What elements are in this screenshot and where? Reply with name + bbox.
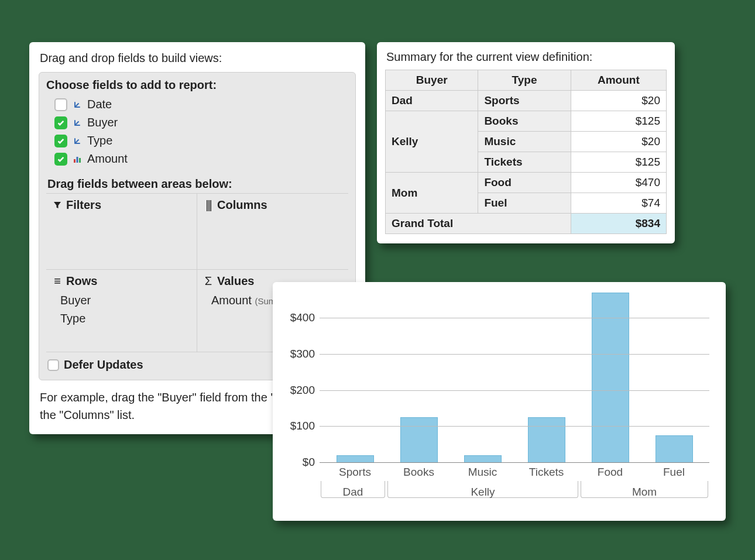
- svg-rect-2: [79, 158, 81, 163]
- type-cell: Music: [478, 132, 571, 152]
- chart-x-groups: DadKellyMom: [320, 481, 709, 498]
- chart-gridline: [320, 354, 709, 355]
- type-cell: Food: [478, 173, 571, 193]
- chart-gridline: [320, 318, 709, 318]
- chart-bar: [656, 435, 693, 462]
- measure-icon: [72, 154, 83, 164]
- svg-rect-1: [77, 157, 78, 163]
- grand-total-row: Grand Total$834: [386, 214, 667, 234]
- values-label: Values: [217, 274, 254, 288]
- rows-drop-area[interactable]: ≡ Rows BuyerType: [46, 270, 197, 352]
- x-category-label: Fuel: [642, 466, 706, 479]
- rows-label: Rows: [66, 274, 97, 288]
- columns-drop-area[interactable]: ||| Columns: [197, 194, 348, 270]
- table-row: KellyBooks$125: [386, 111, 667, 132]
- rows-icon: ≡: [52, 274, 63, 288]
- chart-baseline: [320, 462, 709, 463]
- amount-cell: $20: [571, 132, 666, 152]
- x-group: Kelly: [387, 481, 578, 498]
- amount-cell: $125: [571, 111, 666, 132]
- chart-bar: [464, 455, 502, 462]
- buyer-cell: Dad: [386, 91, 478, 111]
- field-row-amount: Amount: [46, 150, 348, 168]
- grand-total-label: Grand Total: [386, 214, 571, 234]
- field-label[interactable]: Buyer: [87, 116, 118, 129]
- table-row: MomFood$470: [386, 173, 667, 193]
- field-checkbox-date[interactable]: [54, 98, 67, 111]
- rows-item[interactable]: Type: [52, 310, 191, 328]
- y-tick-label: $0: [286, 456, 315, 469]
- field-checkbox-buyer[interactable]: [54, 116, 67, 129]
- chart-plot-area: $0$100$200$300$400: [320, 293, 713, 462]
- sigma-icon: Σ: [203, 274, 214, 288]
- field-checkbox-type[interactable]: [54, 135, 67, 147]
- chart-bar: [528, 417, 565, 462]
- x-group-label: Kelly: [388, 486, 578, 499]
- chart-gridline: [320, 390, 709, 391]
- type-cell: Tickets: [478, 152, 571, 173]
- chart-bar: [337, 455, 374, 462]
- filters-label: Filters: [66, 198, 101, 212]
- x-group-label: Dad: [321, 486, 385, 499]
- columns-icon: |||: [203, 198, 214, 212]
- defer-updates-label: Defer Updates: [64, 358, 143, 372]
- y-tick-label: $100: [286, 420, 315, 432]
- defer-updates-checkbox[interactable]: [47, 359, 59, 371]
- summary-intro: Summary for the current view definition:: [386, 50, 667, 64]
- amount-cell: $20: [571, 91, 666, 111]
- buyer-cell: Kelly: [386, 111, 478, 173]
- y-tick-label: $400: [286, 311, 315, 324]
- chart-y-axis: $0$100$200$300$400: [286, 293, 320, 462]
- chart-gridline: [320, 426, 709, 427]
- builder-intro: Drag and drop fields to build views:: [40, 51, 356, 65]
- col-amount: Amount: [571, 70, 666, 91]
- field-row-type: Type: [46, 132, 348, 150]
- dimension-icon: [72, 136, 83, 146]
- type-cell: Fuel: [478, 193, 571, 214]
- chart-x-categories: SportsBooksMusicTicketsFoodFuel: [320, 462, 709, 479]
- x-category-label: Books: [387, 466, 451, 479]
- field-checkbox-amount[interactable]: [54, 153, 67, 166]
- field-checklist: DateBuyerTypeAmount: [46, 95, 348, 168]
- x-category-label: Tickets: [514, 466, 578, 479]
- dimension-icon: [72, 100, 83, 109]
- x-group-label: Mom: [581, 486, 708, 499]
- x-group: Mom: [581, 481, 708, 498]
- field-label[interactable]: Amount: [87, 152, 128, 166]
- type-cell: Books: [478, 111, 571, 132]
- amount-cell: $125: [571, 152, 666, 173]
- x-category-label: Food: [578, 466, 642, 479]
- field-row-buyer: Buyer: [46, 114, 348, 132]
- filters-drop-area[interactable]: Filters: [46, 194, 197, 270]
- y-tick-label: $200: [286, 384, 315, 397]
- buyer-cell: Mom: [386, 173, 478, 214]
- grand-total-amount: $834: [571, 214, 666, 234]
- svg-rect-0: [74, 159, 76, 163]
- field-row-date: Date: [46, 95, 348, 114]
- filter-icon: [52, 201, 63, 209]
- pivot-table: Buyer Type Amount DadSports$20KellyBooks…: [385, 70, 667, 234]
- x-category-label: Sports: [323, 466, 387, 479]
- field-label[interactable]: Type: [87, 134, 112, 147]
- x-group: Dad: [321, 481, 385, 498]
- x-category-label: Music: [451, 466, 514, 479]
- rows-item[interactable]: Buyer: [52, 291, 191, 310]
- chart-bar: [400, 417, 438, 462]
- amount-cell: $74: [571, 193, 666, 214]
- table-row: DadSports$20: [386, 91, 667, 111]
- summary-panel: Summary for the current view definition:…: [377, 42, 675, 243]
- type-cell: Sports: [478, 91, 571, 111]
- chart-panel: $0$100$200$300$400 SportsBooksMusicTicke…: [273, 282, 726, 521]
- field-label[interactable]: Date: [87, 98, 112, 111]
- columns-label: Columns: [217, 198, 267, 212]
- col-buyer: Buyer: [386, 70, 478, 91]
- col-type: Type: [478, 70, 571, 91]
- table-header-row: Buyer Type Amount: [386, 70, 667, 91]
- choose-fields-label: Choose fields to add to report:: [46, 78, 348, 92]
- dimension-icon: [72, 118, 83, 128]
- drag-areas-label: Drag fields between areas below:: [47, 177, 347, 191]
- y-tick-label: $300: [286, 348, 315, 360]
- amount-cell: $470: [571, 173, 666, 193]
